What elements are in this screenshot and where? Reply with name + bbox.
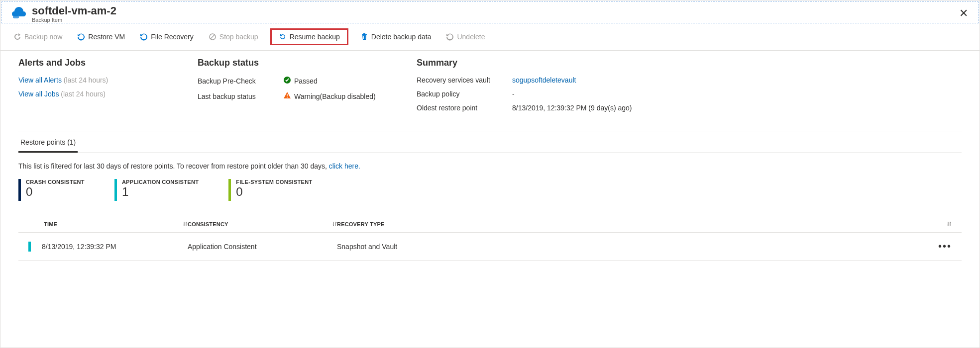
warning-icon xyxy=(283,91,291,101)
close-button[interactable]: ✕ xyxy=(954,5,973,22)
backup-now-button: Backup now xyxy=(10,31,65,43)
precheck-label: Backup Pre-Check xyxy=(198,77,277,85)
backup-now-label: Backup now xyxy=(24,33,62,41)
application-consistent-value: 1 xyxy=(122,186,199,198)
row-more-button[interactable]: ••• xyxy=(927,241,952,252)
filter-note-link[interactable]: click here. xyxy=(329,162,360,170)
restore-points-grid-header: TIME CONSISTENCY RECOVERY TYPE xyxy=(18,216,962,233)
application-consistent-counter: APPLICATION CONSISTENT 1 xyxy=(114,179,199,201)
crash-consistent-value: 0 xyxy=(26,186,85,198)
backup-item-icon xyxy=(11,5,27,22)
application-consistent-bar xyxy=(114,179,117,201)
file-system-consistent-label: FILE-SYSTEM CONSISTENT xyxy=(236,179,312,185)
resume-backup-button[interactable]: Resume backup xyxy=(270,28,348,45)
undelete-button: Undelete xyxy=(443,31,488,43)
sort-icon[interactable] xyxy=(332,221,337,227)
svg-line-2 xyxy=(211,35,215,39)
view-all-jobs-link[interactable]: View all Jobs xyxy=(18,90,59,98)
delete-backup-data-label: Delete backup data xyxy=(371,33,432,41)
delete-backup-data-button[interactable]: Delete backup data xyxy=(357,31,435,43)
stop-icon xyxy=(209,33,217,41)
oldest-restore-label: Oldest restore point xyxy=(417,104,506,112)
lastbackup-value: Warning(Backup disabled) xyxy=(294,92,376,100)
sort-icon[interactable] xyxy=(947,221,952,227)
vault-label: Recovery services vault xyxy=(417,76,506,84)
row-consistency: Application Consistent xyxy=(188,243,337,251)
trash-icon xyxy=(360,33,368,41)
stop-backup-label: Stop backup xyxy=(219,33,258,41)
application-consistent-label: APPLICATION CONSISTENT xyxy=(122,179,199,185)
restore-vm-button[interactable]: Restore VM xyxy=(74,31,128,43)
page-subtitle: Backup Item xyxy=(32,17,954,23)
crash-consistent-bar xyxy=(18,179,21,201)
tab-restore-points[interactable]: Restore points (1) xyxy=(18,132,78,153)
alerts-jobs-title: Alerts and Jobs xyxy=(18,58,168,68)
row-recovery-type: Snapshot and Vault xyxy=(337,243,927,251)
resume-icon xyxy=(279,33,287,41)
toolbar: Backup now Restore VM File Recovery Stop… xyxy=(0,23,980,51)
file-recovery-label: File Recovery xyxy=(151,33,194,41)
precheck-value: Passed xyxy=(294,77,318,85)
page-title: softdel-vm-am-2 xyxy=(32,5,954,17)
policy-label: Backup policy xyxy=(417,90,506,98)
crash-consistent-counter: CRASH CONSISTENT 0 xyxy=(18,179,85,201)
file-system-consistent-bar xyxy=(228,179,231,201)
row-time: 8/13/2019, 12:39:32 PM xyxy=(42,243,188,251)
view-all-alerts-link[interactable]: View all Alerts xyxy=(18,76,62,84)
passed-icon xyxy=(283,76,291,86)
file-system-consistent-counter: FILE-SYSTEM CONSISTENT 0 xyxy=(228,179,312,201)
sort-icon[interactable] xyxy=(183,221,188,227)
svg-rect-5 xyxy=(287,97,287,98)
filter-note-text: This list is filtered for last 30 days o… xyxy=(18,162,329,170)
undelete-label: Undelete xyxy=(457,33,485,41)
backup-status-title: Backup status xyxy=(198,58,387,68)
file-recovery-icon xyxy=(140,33,148,41)
restore-icon xyxy=(77,33,85,41)
file-system-consistent-value: 0 xyxy=(236,186,312,198)
view-alerts-suffix: (last 24 hours) xyxy=(64,76,108,84)
view-jobs-suffix: (last 24 hours) xyxy=(61,90,105,98)
oldest-restore-value: 8/13/2019, 12:39:32 PM (9 day(s) ago) xyxy=(512,104,632,112)
table-row[interactable]: 8/13/2019, 12:39:32 PM Application Consi… xyxy=(18,233,962,261)
col-consistency[interactable]: CONSISTENCY xyxy=(188,221,228,227)
col-recovery-type[interactable]: RECOVERY TYPE xyxy=(337,221,385,227)
stop-backup-button: Stop backup xyxy=(206,31,261,43)
restore-vm-label: Restore VM xyxy=(88,33,125,41)
file-recovery-button[interactable]: File Recovery xyxy=(137,31,197,43)
policy-value: - xyxy=(512,90,515,98)
lastbackup-label: Last backup status xyxy=(198,92,277,100)
row-consistency-bar xyxy=(28,242,31,252)
backup-now-icon xyxy=(13,33,21,41)
resume-backup-label: Resume backup xyxy=(290,33,340,41)
vault-link[interactable]: sogupsoftdeletevault xyxy=(512,76,576,84)
undelete-icon xyxy=(446,33,454,41)
summary-title: Summary xyxy=(417,58,962,68)
crash-consistent-label: CRASH CONSISTENT xyxy=(26,179,85,185)
svg-rect-4 xyxy=(287,94,287,96)
col-time[interactable]: TIME xyxy=(44,221,57,227)
